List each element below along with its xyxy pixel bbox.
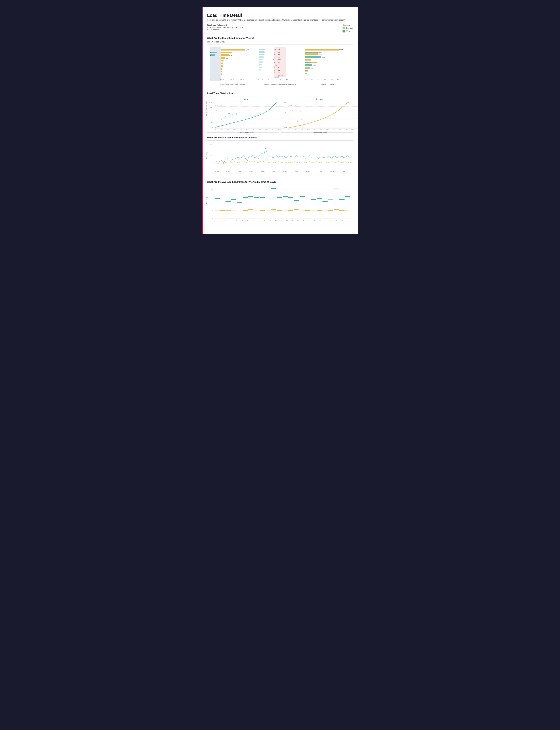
svg-text:10: 10 [211, 112, 212, 113]
svg-rect-69 [305, 56, 321, 58]
svg-text:|3: |3 [274, 69, 275, 71]
svg-text:2K: 2K [311, 79, 313, 80]
svg-text:5: 5 [242, 220, 243, 221]
tod-chart: 20 15 10 5 0 Time (sec) [207, 185, 353, 225]
svg-text:3,323: 3,323 [246, 49, 249, 51]
svg-text:9: 9 [264, 220, 265, 221]
svg-text:419: 419 [210, 55, 213, 56]
svg-text:399: 399 [225, 57, 228, 59]
svg-text:4 Mar: 4 Mar [283, 171, 287, 172]
svg-rect-15 [221, 65, 223, 67]
exact-load-subtitle: Site : Workbook / View [207, 41, 353, 43]
svg-text:804: 804 [229, 55, 232, 56]
svg-text:13: 13 [278, 69, 280, 71]
svg-text:6 Mar: 6 Mar [295, 171, 299, 172]
svg-text:6K: 6K [324, 79, 326, 80]
svg-rect-14 [221, 63, 223, 64]
svg-text:2,000: 2,000 [230, 79, 234, 80]
header: Load Time Detail How long do views take … [207, 13, 353, 21]
svg-rect-11 [221, 57, 225, 59]
svg-text:7: 7 [253, 220, 254, 221]
svg-point-107 [232, 114, 233, 115]
svg-rect-63 [305, 49, 339, 50]
svg-rect-27 [259, 54, 264, 55]
svg-text:1: 1 [220, 220, 221, 221]
svg-text:|41  370: |41 370 [278, 76, 283, 77]
svg-text:35: 35 [278, 62, 280, 63]
svg-text:|5: |5 [274, 54, 275, 56]
svg-rect-74 [305, 62, 311, 63]
scatter-view-title: View [215, 98, 277, 100]
bar-col2-title: Median Elapsed Time (seconds) and Range [257, 83, 303, 85]
scatter-svg-view: 1,000 100 10 1 0,1 0,01 Render Time (sec… [215, 101, 277, 130]
svg-text:14 Mar: 14 Mar [341, 171, 345, 172]
timeframe-value: 20/02/2023 00:00:00 to 14/03/2023 10:23:… [207, 26, 243, 28]
exact-load-chart: 3,323 1,122 618 804 419 [207, 44, 353, 88]
legend-label-interact: Interact [346, 27, 353, 29]
svg-text:20: 20 [278, 72, 280, 73]
legend: Category Interact View [343, 24, 353, 33]
svg-text:|0: |0 [273, 59, 274, 61]
svg-text:3,000: 3,000 [240, 79, 244, 80]
svg-text:10: 10 [273, 79, 275, 80]
svg-text:60%: 60% [252, 129, 255, 131]
svg-text:0: 0 [212, 217, 213, 219]
svg-text:10%: 10% [221, 129, 223, 131]
svg-text:0,1: 0,1 [211, 122, 213, 123]
svg-rect-3 [221, 52, 232, 53]
svg-text:50%: 50% [246, 129, 249, 131]
svg-text:1,400: 1,400 [310, 67, 314, 69]
svg-text:22 Feb: 22 Feb [226, 171, 230, 172]
svg-text:10 Mar: 10 Mar [318, 171, 322, 172]
svg-text:20: 20 [211, 188, 213, 190]
svg-text:5 Sec Load Time Target: 5 Sec Load Time Target [215, 110, 228, 112]
legend-title: Category [343, 24, 350, 26]
svg-text:80%: 80% [339, 129, 342, 131]
svg-rect-76 [305, 64, 312, 66]
svg-text:|99 256: |99 256 [274, 77, 279, 79]
svg-text:50: 50 [278, 54, 280, 56]
bar-col-2: |14 74 |7 71 |5 50 |3 15 |0 100 |6 35 |1… [256, 46, 304, 86]
svg-text:4K: 4K [318, 79, 320, 80]
svg-text:90%: 90% [272, 129, 274, 131]
svg-text:71: 71 [278, 51, 280, 53]
dashboard-container: Load Time Detail How long do views take … [202, 7, 358, 234]
scatter-view-xlabel: Load Time Percentile [215, 131, 277, 133]
svg-text:100: 100 [279, 79, 281, 80]
svg-text:70%: 70% [259, 129, 261, 131]
timeframe-note: and Null values [207, 28, 243, 30]
svg-text:4: 4 [236, 220, 237, 221]
svg-point-109 [225, 116, 226, 117]
svg-text:100: 100 [278, 59, 281, 61]
svg-rect-81 [305, 73, 307, 74]
svg-text:26 Feb: 26 Feb [249, 171, 253, 172]
svg-text:5 Sec Load Time Target: 5 Sec Load Time Target [289, 110, 302, 112]
svg-rect-13 [221, 60, 223, 61]
svg-rect-1 [221, 49, 245, 50]
page-subtitle: How long do views take to render? What a… [207, 19, 353, 21]
svg-rect-28 [259, 56, 264, 58]
svg-text:30%: 30% [233, 129, 236, 131]
svg-text:15: 15 [211, 195, 213, 197]
svg-text:18: 18 [313, 220, 315, 221]
svg-text:1: 1 [212, 166, 213, 167]
svg-text:3: 3 [231, 220, 232, 221]
load-dist-title: Load Time Distribution [207, 92, 353, 95]
bar-col-1: 3,323 1,122 618 804 419 [209, 46, 256, 86]
svg-text:3,629: 3,629 [318, 54, 322, 55]
avg-load-section: What Are the Average Load times for View… [207, 136, 353, 177]
svg-rect-33 [259, 69, 261, 71]
svg-text:100: 100 [210, 107, 212, 108]
legend-item-interact: Interact [343, 27, 353, 29]
svg-text:60%: 60% [326, 129, 329, 131]
svg-text:20+ Seconds: 20+ Seconds [289, 105, 296, 106]
svg-text:15: 15 [297, 220, 299, 221]
avg-load-title: What Are the Average Load times for View… [207, 136, 353, 139]
svg-text:4,583: 4,583 [322, 56, 325, 58]
svg-text:0: 0 [215, 220, 215, 221]
avg-load-tod-section: What Are the Average Load times for View… [207, 180, 353, 225]
svg-point-141 [304, 121, 305, 122]
svg-point-140 [301, 119, 302, 120]
menu-icon[interactable] [351, 13, 355, 15]
svg-point-139 [297, 120, 298, 122]
